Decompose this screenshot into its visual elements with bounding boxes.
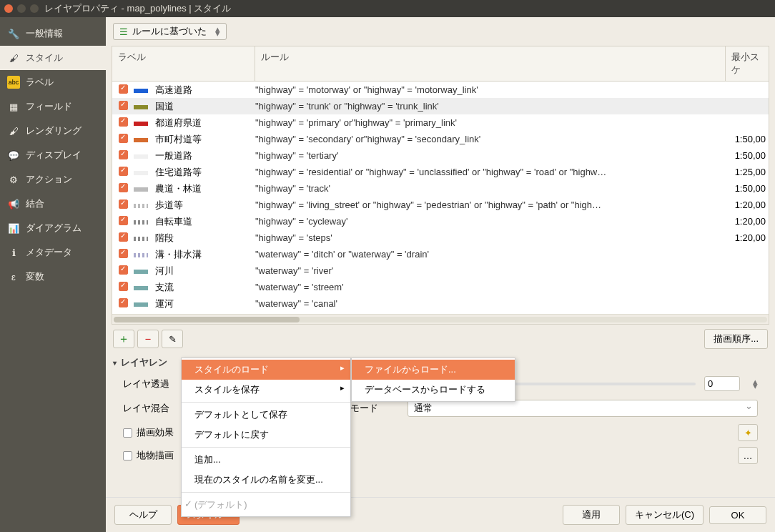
menu-load-from-file[interactable]: ファイルからロード... (352, 360, 515, 380)
menu-save-default[interactable]: デフォルトとして保存 (182, 405, 350, 425)
draw-order-button[interactable]: 描画順序... (704, 329, 768, 349)
sidebar-item-label: アクション (26, 173, 72, 186)
row-checkbox[interactable] (119, 265, 128, 275)
color-swatch (134, 270, 148, 274)
row-checkbox[interactable] (119, 282, 128, 291)
table-row[interactable]: 高速道路"highway" = 'motorway' or "highway" … (112, 82, 769, 98)
row-checkbox[interactable] (119, 117, 128, 127)
table-row[interactable]: 国道"highway" = 'trunk' or "highway" = 'tr… (112, 98, 769, 114)
table-row[interactable]: 住宅道路等 "highway" = 'residential' or "high… (112, 164, 769, 180)
th-min[interactable]: 最小スケ (726, 46, 769, 81)
row-rule: "waterway" = 'canal' (255, 298, 726, 309)
menu-load-from-db[interactable]: データベースからロードする (352, 380, 515, 400)
table-row[interactable]: 都道府県道"highway" = 'primary' or"highway" =… (112, 114, 769, 131)
horizontal-scrollbar[interactable] (112, 314, 769, 324)
ok-button[interactable]: OK (709, 506, 766, 524)
row-checkbox[interactable] (119, 134, 128, 143)
table-row[interactable]: 階段"highway" = 'steps'1:20,00 (112, 230, 769, 246)
close-icon[interactable] (4, 4, 13, 13)
sidebar-icon: ε (7, 270, 20, 283)
sidebar-item-4[interactable]: 🖌レンダリング (0, 119, 106, 143)
table-row[interactable]: 溝・排水溝"waterway" = 'ditch' or "waterway" … (112, 246, 769, 262)
sidebar-item-8[interactable]: 📊ダイアグラム (0, 216, 106, 240)
window-controls (4, 4, 39, 13)
menu-restore-default[interactable]: デフォルトに戻す (182, 425, 350, 445)
sidebar-item-label: ディスプレイ (26, 149, 82, 162)
table-row[interactable]: 歩道等"highway" = 'living_street' or "highw… (112, 197, 769, 213)
row-checkbox[interactable] (119, 216, 128, 225)
apply-button[interactable]: 適用 (563, 505, 620, 525)
minimize-icon[interactable] (17, 4, 26, 13)
sidebar-item-label: メタデータ (26, 246, 72, 259)
color-swatch (134, 122, 148, 126)
feature-blend-select[interactable]: 通常 (408, 400, 758, 417)
menu-add[interactable]: 追加... (182, 450, 350, 470)
menu-save-style[interactable]: スタイルを保存 (182, 380, 350, 400)
row-checkbox[interactable] (119, 232, 128, 242)
row-checkbox[interactable] (119, 101, 128, 110)
menu-default: ✓ (デフォルト) (182, 495, 350, 515)
feature-draw-options-button[interactable]: … (738, 447, 758, 464)
spinner-icon[interactable]: ▴▾ (753, 380, 758, 388)
renderer-mode-label: ルールに基づいた (132, 25, 207, 38)
sidebar-item-5[interactable]: 💬ディスプレイ (0, 143, 106, 167)
th-rule[interactable]: ルール (255, 46, 726, 81)
check-icon: ✓ (184, 498, 192, 509)
sidebar-icon: ▦ (7, 100, 20, 113)
row-checkbox[interactable] (119, 249, 128, 258)
maximize-icon[interactable] (30, 4, 39, 13)
row-label: 支流 (155, 281, 255, 294)
sidebar-icon: 📊 (7, 222, 20, 235)
feature-draw-checkbox[interactable] (123, 451, 132, 460)
sidebar-icon: 🔧 (7, 27, 20, 40)
color-swatch (134, 187, 148, 192)
draw-effect-options-button[interactable]: ✦ (738, 424, 758, 441)
row-rule: "highway" = 'track' (255, 183, 726, 194)
table-row[interactable]: 河川"waterway" = 'river' (112, 262, 769, 279)
rule-icon: ☰ (119, 26, 128, 37)
table-row[interactable]: 支流"waterway" = 'streem' (112, 279, 769, 295)
renderer-mode-select[interactable]: ☰ ルールに基づいた ▴▾ (113, 23, 227, 40)
sidebar-icon: ℹ (7, 246, 20, 259)
row-checkbox[interactable] (119, 84, 128, 94)
sidebar-item-9[interactable]: ℹメタデータ (0, 240, 106, 265)
row-checkbox[interactable] (119, 167, 128, 176)
add-rule-button[interactable]: ＋ (113, 330, 134, 348)
sidebar-item-label: スタイル (26, 51, 63, 64)
row-label: 国道 (155, 100, 255, 113)
sidebar-item-6[interactable]: ⚙アクション (0, 167, 106, 192)
sidebar-item-7[interactable]: 📢結合 (0, 192, 106, 216)
table-row[interactable]: 農道・林道"highway" = 'track'1:50,00 (112, 180, 769, 197)
remove-rule-button[interactable]: － (137, 330, 159, 348)
th-label[interactable]: ラベル (112, 46, 255, 81)
sidebar-item-3[interactable]: ▦フィールド (0, 94, 106, 119)
row-checkbox[interactable] (119, 150, 128, 159)
sidebar-item-label: 一般情報 (26, 27, 63, 40)
load-style-submenu: ファイルからロード... データベースからロードする (351, 358, 515, 402)
sidebar-item-2[interactable]: abcラベル (0, 70, 106, 94)
table-row[interactable]: 市町村道等"highway" = 'secondary' or"highway"… (112, 131, 769, 147)
menu-load-style[interactable]: スタイルのロード (182, 360, 350, 380)
cancel-button[interactable]: キャンセル(C) (626, 505, 704, 525)
row-label: 河川 (155, 265, 255, 277)
row-checkbox[interactable] (119, 200, 128, 209)
sidebar-item-10[interactable]: ε変数 (0, 265, 106, 289)
row-rule: "highway" = 'steps' (255, 232, 726, 243)
row-checkbox[interactable] (119, 298, 128, 307)
sidebar-item-1[interactable]: 🖌スタイル (0, 46, 106, 70)
row-minscale: 1:20,00 (726, 232, 769, 243)
row-rule: "highway" = 'primary' or"highway" = 'pri… (255, 117, 726, 128)
row-label: 一般道路 (155, 149, 255, 162)
sidebar-item-0[interactable]: 🔧一般情報 (0, 21, 106, 46)
menu-rename[interactable]: 現在のスタイルの名前を変更... (182, 470, 350, 490)
table-row[interactable]: 一般道路"highway" = 'tertiary'1:50,00 (112, 147, 769, 164)
help-button[interactable]: ヘルプ (114, 505, 172, 525)
color-swatch (134, 89, 148, 93)
edit-rule-button[interactable]: ✎ (162, 330, 183, 348)
table-row[interactable]: 自転車道"highway" = 'cycleway'1:20,00 (112, 213, 769, 230)
row-minscale: 1:20,00 (726, 216, 769, 227)
opacity-input[interactable] (704, 376, 740, 391)
table-row[interactable]: 運河"waterway" = 'canal' (112, 295, 769, 312)
draw-effect-checkbox[interactable] (123, 428, 132, 438)
row-checkbox[interactable] (119, 183, 128, 192)
